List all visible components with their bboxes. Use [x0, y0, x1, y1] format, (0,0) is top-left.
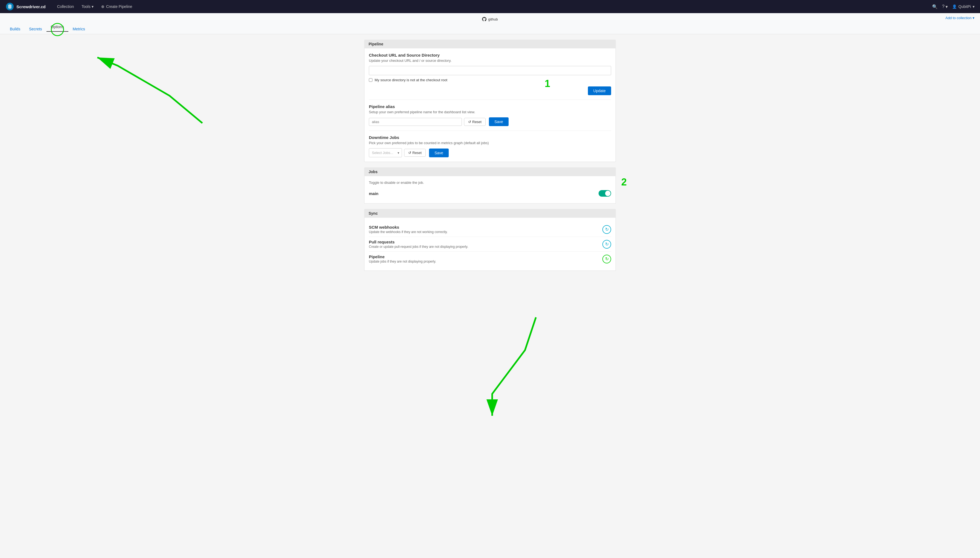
pipeline-sync-desc: Update jobs if they are not displaying p…: [369, 259, 436, 263]
tabs: Builds Secrets Options Metrics: [5, 25, 975, 34]
downtime-title: Downtime Jobs: [369, 135, 611, 140]
downtime-reset-icon: ↺: [408, 151, 411, 155]
checkout-title: Checkout URL and Source Directory: [369, 53, 611, 57]
pipeline-sync-btn[interactable]: ↻: [602, 254, 611, 263]
job-toggle-main[interactable]: [598, 190, 611, 197]
nav-links: Collection Tools ▾ ⊕ Create Pipeline: [54, 3, 932, 10]
job-row-main: main: [369, 188, 611, 199]
scm-webhooks-title: SCM webhooks: [369, 225, 447, 230]
pipeline-alias-field: Pipeline alias Setup your own preferred …: [369, 104, 611, 126]
github-icon: [482, 17, 487, 21]
sync-info-scm: SCM webhooks Update the webhooks if they…: [369, 225, 447, 234]
scm-webhooks-desc: Update the webhooks if they are not work…: [369, 230, 447, 234]
pipeline-section-body: Checkout URL and Source Directory Update…: [364, 48, 616, 162]
annotation-number-2: 2: [621, 176, 627, 188]
github-label: github: [482, 17, 498, 23]
sync-row-scm-webhooks: SCM webhooks Update the webhooks if they…: [369, 222, 611, 237]
jobs-section-header: Jobs: [364, 167, 616, 176]
user-menu[interactable]: 👤 QubitPi ▾: [952, 4, 975, 9]
update-button[interactable]: Update: [588, 87, 611, 95]
nav-create-pipeline[interactable]: ⊕ Create Pipeline: [98, 3, 136, 10]
jobs-select-wrapper: Select Jobs... ▾: [369, 148, 402, 157]
downtime-action-btns: ↺ Reset Save: [404, 149, 449, 157]
source-dir-checkbox[interactable]: [369, 78, 372, 82]
tab-options-wrapper: Options: [46, 25, 68, 34]
main-content: Pipeline Checkout URL and Source Directo…: [359, 34, 621, 282]
scm-webhooks-sync-btn[interactable]: ↻: [602, 225, 611, 234]
downtime-jobs-field: Downtime Jobs Pick your own preferred jo…: [369, 135, 611, 157]
pipeline-sync-title: Pipeline: [369, 254, 436, 259]
pipeline-section: Pipeline Checkout URL and Source Directo…: [364, 39, 616, 162]
downtime-row: Select Jobs... ▾ ↺ Reset Save: [369, 148, 611, 157]
alias-title: Pipeline alias: [369, 104, 611, 109]
help-dropdown-icon: ▾: [946, 4, 948, 9]
alias-reset-button[interactable]: ↺ Reset: [464, 118, 486, 126]
sync-info-pipeline: Pipeline Update jobs if they are not dis…: [369, 254, 436, 263]
create-icon: ⊕: [101, 4, 105, 9]
alias-row: ↺ Reset Save: [369, 117, 611, 126]
arrow-1: [97, 57, 202, 123]
sub-header: github Add to collection ▾ Builds Secret…: [0, 13, 980, 34]
sync-section-body: SCM webhooks Update the webhooks if they…: [364, 218, 616, 271]
toggle-thumb: [605, 190, 611, 196]
jobs-section: Jobs Toggle to disable or enable the job…: [364, 167, 616, 204]
jobs-desc: Toggle to disable or enable the job.: [369, 181, 611, 185]
tab-options[interactable]: Options: [46, 23, 68, 32]
logo-icon: [5, 2, 14, 11]
jobs-select[interactable]: Select Jobs...: [369, 148, 402, 157]
tab-metrics[interactable]: Metrics: [68, 25, 89, 34]
checkout-checkbox-row: My source directory is not at the checko…: [369, 78, 611, 82]
add-collection-dropdown-icon: ▾: [973, 16, 975, 20]
downtime-save-button[interactable]: Save: [429, 149, 449, 157]
pipeline-section-header: Pipeline: [364, 39, 616, 48]
alias-save-button[interactable]: Save: [489, 117, 509, 126]
divider2: [369, 130, 611, 131]
nav-tools[interactable]: Tools ▾: [78, 3, 97, 10]
add-to-collection-btn[interactable]: Add to collection ▾: [946, 16, 975, 20]
source-dir-label: My source directory is not at the checko…: [375, 78, 447, 82]
alias-action-btns: ↺ Reset Save: [464, 117, 509, 126]
divider1: [369, 100, 611, 100]
alias-desc: Setup your own preferred pipeline name f…: [369, 110, 611, 114]
help-icon: ?: [942, 4, 944, 9]
tools-dropdown-icon: ▾: [92, 4, 93, 9]
sync-info-pr: Pull requests Create or update pull-requ…: [369, 240, 468, 249]
nav-collection[interactable]: Collection: [54, 3, 77, 10]
update-btn-row: Update: [369, 87, 611, 95]
tab-builds[interactable]: Builds: [5, 25, 25, 34]
toggle-track: [598, 190, 611, 197]
pull-requests-title: Pull requests: [369, 240, 468, 244]
sync-row-pipeline: Pipeline Update jobs if they are not dis…: [369, 252, 611, 266]
logo-text: Screwdriver.cd: [16, 4, 46, 9]
nav-right: 🔍 ? ▾ 👤 QubitPi ▾: [932, 4, 975, 9]
jobs-section-body: Toggle to disable or enable the job. mai…: [364, 176, 616, 204]
help-btn[interactable]: ? ▾: [942, 4, 948, 9]
sync-row-pull-requests: Pull requests Create or update pull-requ…: [369, 237, 611, 252]
tab-secrets[interactable]: Secrets: [25, 25, 46, 34]
sync-section-header: Sync: [364, 209, 616, 218]
sync-section: Sync SCM webhooks Update the webhooks if…: [364, 209, 616, 271]
top-nav: Screwdriver.cd Collection Tools ▾ ⊕ Crea…: [0, 0, 980, 13]
search-btn[interactable]: 🔍: [932, 4, 937, 9]
checkout-url-field: Checkout URL and Source Directory Update…: [369, 53, 611, 95]
logo-area[interactable]: Screwdriver.cd: [5, 2, 46, 11]
pull-requests-desc: Create or update pull-request jobs if th…: [369, 245, 468, 249]
checkout-desc: Update your checkout URL and / or source…: [369, 59, 611, 62]
user-icon: 👤: [952, 4, 957, 9]
user-dropdown-icon: ▾: [973, 4, 975, 9]
alias-reset-icon: ↺: [468, 120, 471, 124]
downtime-reset-button[interactable]: ↺ Reset: [404, 149, 426, 157]
checkout-url-input[interactable]: [369, 66, 611, 75]
pull-requests-sync-btn[interactable]: ↻: [602, 240, 611, 249]
downtime-desc: Pick your own preferred jobs to be count…: [369, 141, 611, 145]
alias-input[interactable]: [369, 118, 462, 126]
job-name-main: main: [369, 191, 379, 196]
